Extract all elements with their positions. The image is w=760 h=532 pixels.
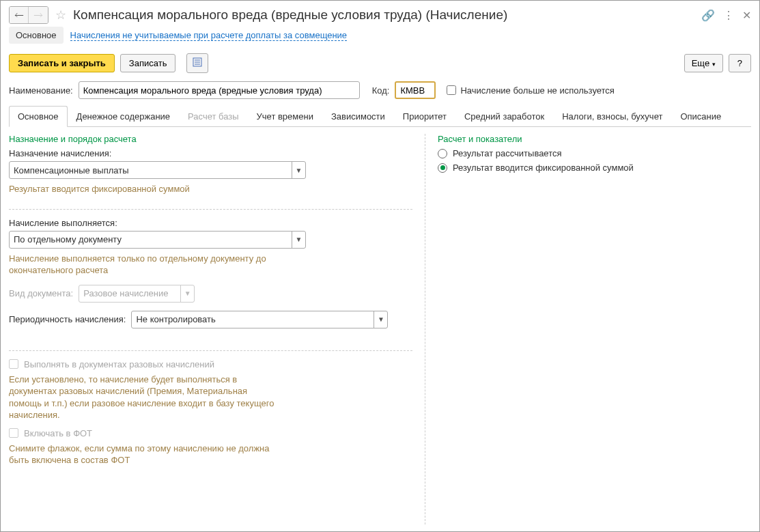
purpose-section-title: Назначение и порядок расчета	[9, 134, 412, 144]
related-link[interactable]: Начисления не учитываемые при расчете до…	[70, 30, 348, 41]
radio2-label: Результат вводится фиксированной суммой	[453, 163, 634, 173]
main-link[interactable]: Основное	[9, 27, 64, 44]
purpose-value: Компенсационные выплаты	[10, 165, 292, 176]
tab-main[interactable]: Основное	[9, 106, 68, 127]
code-input[interactable]	[395, 81, 436, 99]
tab-base[interactable]: Расчет базы	[179, 106, 248, 126]
cb1-label: Выполнять в документах разовых начислени…	[24, 359, 214, 369]
exec-select[interactable]: По отдельному документу ▼	[9, 231, 306, 249]
chevron-down-icon: ▼	[292, 232, 305, 248]
purpose-hint: Результат вводится фиксированной суммой	[9, 183, 412, 195]
no-use-checkbox[interactable]	[447, 85, 456, 95]
link-icon[interactable]: 🔗	[701, 9, 715, 22]
no-use-checkbox-wrap[interactable]: Начисление больше не используется	[447, 85, 614, 96]
checkbox-icon	[9, 359, 18, 369]
exec-label: Начисление выполняется:	[9, 218, 412, 228]
fields-row: Наименование: Код: Начисление больше не …	[1, 77, 759, 103]
cb2-hint: Снимите флажок, если сумма по этому начи…	[9, 443, 282, 466]
radio2-row[interactable]: Результат вводится фиксированной суммой	[438, 163, 751, 173]
toolbar: Записать и закрыть Записать Еще ▾ ?	[1, 49, 759, 77]
doc-type-value: Разовое начисление	[79, 288, 180, 298]
checkbox-icon	[9, 428, 18, 438]
radio-icon	[438, 163, 447, 173]
right-column: Расчет и показатели Результат рассчитыва…	[425, 134, 751, 524]
close-icon[interactable]: ✕	[742, 9, 751, 22]
doc-type-label: Вид документа:	[9, 288, 73, 298]
cb2-row[interactable]: Включать в ФОТ	[9, 428, 412, 438]
star-icon[interactable]: ☆	[55, 8, 66, 23]
save-close-button[interactable]: Записать и закрыть	[9, 54, 115, 72]
cb1-hint: Если установлено, то начисление будет вы…	[9, 374, 282, 421]
tab-content: Назначение и порядок расчета Назначение …	[1, 127, 759, 531]
divider	[9, 209, 412, 210]
app-window: 🡐 🡒 ☆ Компенсация морального вреда (вред…	[0, 0, 760, 532]
left-column: Назначение и порядок расчета Назначение …	[9, 134, 425, 524]
cb2-label: Включать в ФОТ	[24, 428, 92, 438]
nav-buttons: 🡐 🡒	[9, 6, 48, 24]
tab-taxes[interactable]: Налоги, взносы, бухучет	[553, 106, 671, 126]
menu-dots-icon[interactable]: ⋮	[723, 9, 734, 22]
name-input[interactable]	[79, 81, 360, 99]
more-button[interactable]: Еще ▾	[684, 54, 723, 72]
chevron-down-icon: ▾	[712, 61, 716, 68]
tab-avg[interactable]: Средний заработок	[455, 106, 553, 126]
exec-hint: Начисление выполняется только по отдельн…	[9, 253, 306, 277]
help-button[interactable]: ?	[729, 54, 751, 72]
tab-deps[interactable]: Зависимости	[322, 106, 394, 126]
no-use-label: Начисление больше не используется	[460, 85, 614, 96]
exec-value: По отдельному документу	[10, 234, 292, 244]
period-select[interactable]: Не контролировать ▼	[131, 311, 388, 328]
forward-button[interactable]: 🡒	[29, 7, 48, 23]
back-button[interactable]: 🡐	[10, 7, 29, 23]
tab-time[interactable]: Учет времени	[248, 106, 322, 126]
tab-money[interactable]: Денежное содержание	[68, 106, 179, 126]
tab-descr[interactable]: Описание	[671, 106, 730, 126]
doc-type-select[interactable]: Разовое начисление ▼	[79, 285, 195, 303]
divider	[9, 350, 412, 351]
chevron-down-icon: ▼	[180, 285, 194, 302]
document-lines-button[interactable]	[186, 53, 208, 73]
purpose-label: Назначение начисления:	[9, 148, 412, 158]
period-label: Периодичность начисления:	[9, 314, 126, 324]
tabs: Основное Денежное содержание Расчет базы…	[9, 106, 751, 127]
header-bar: 🡐 🡒 ☆ Компенсация морального вреда (вред…	[1, 1, 759, 27]
tab-priority[interactable]: Приоритет	[394, 106, 455, 126]
cb1-row[interactable]: Выполнять в документах разовых начислени…	[9, 359, 412, 369]
page-title: Компенсация морального вреда (вредные ус…	[73, 8, 697, 23]
radio1-label: Результат рассчитывается	[453, 148, 562, 158]
code-label: Код:	[372, 85, 390, 96]
link-bar: Основное Начисления не учитываемые при р…	[1, 27, 759, 49]
period-value: Не контролировать	[132, 314, 374, 324]
purpose-select[interactable]: Компенсационные выплаты ▼	[9, 161, 306, 179]
radio1-row[interactable]: Результат рассчитывается	[438, 148, 751, 158]
calc-section-title: Расчет и показатели	[438, 134, 751, 144]
name-label: Наименование:	[9, 85, 73, 96]
radio-icon	[438, 149, 447, 158]
list-icon	[193, 57, 202, 67]
chevron-down-icon: ▼	[374, 311, 387, 328]
chevron-down-icon: ▼	[292, 162, 305, 178]
save-button[interactable]: Записать	[120, 54, 176, 72]
